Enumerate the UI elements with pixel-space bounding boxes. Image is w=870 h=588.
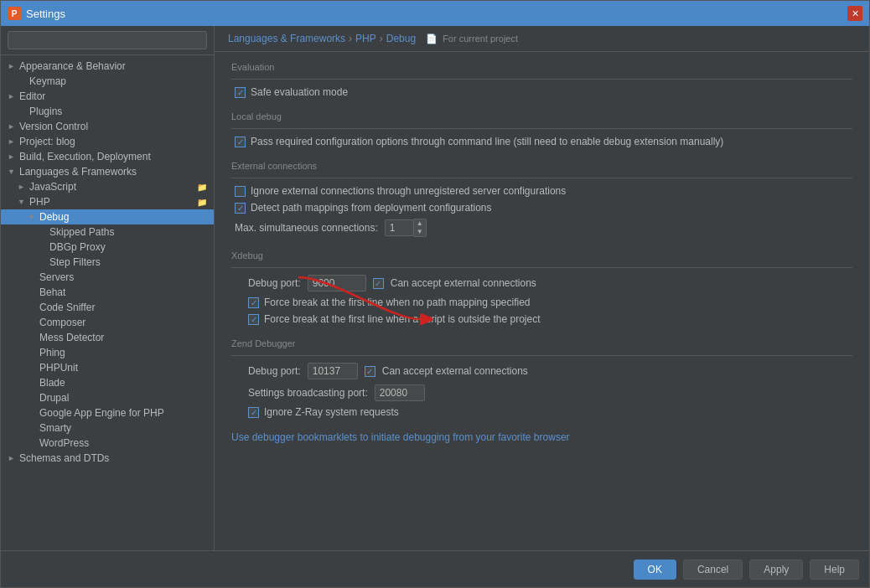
sidebar-item-servers[interactable]: Servers — [1, 270, 214, 285]
sidebar-label-phing: Phing — [39, 347, 65, 358]
xdebug-block: Debug port: Can accept external connecti… — [231, 275, 852, 325]
search-input[interactable] — [8, 31, 207, 49]
can-accept-label: Can accept external connections — [391, 277, 536, 289]
force-break2-checkbox[interactable] — [248, 314, 259, 325]
sidebar-label-behat: Behat — [39, 286, 65, 298]
xdebug-port-row: Debug port: Can accept external connecti… — [245, 275, 852, 291]
sidebar-label-build-execution: Build, Execution, Deployment — [19, 151, 151, 162]
apply-button[interactable]: Apply — [749, 560, 803, 580]
evaluation-label: Evaluation — [231, 62, 852, 72]
sidebar-label-php: PHP — [29, 196, 50, 208]
zend-accept-checkbox[interactable] — [365, 366, 375, 377]
safe-eval-checkbox[interactable] — [235, 87, 246, 98]
bottom-bar: OK Cancel Apply Help — [1, 550, 869, 587]
sidebar-item-keymap[interactable]: Keymap — [1, 74, 214, 89]
sidebar-item-smarty[interactable]: Smarty — [1, 420, 214, 436]
close-button[interactable]: ✕ — [847, 6, 862, 21]
sidebar-item-plugins[interactable]: Plugins — [1, 104, 214, 119]
folder-icon-javascript: 📁 — [197, 183, 207, 192]
sidebar-label-version-control: Version Control — [19, 121, 88, 132]
sidebar-item-step-filters[interactable]: Step Filters — [1, 255, 214, 270]
can-accept-checkbox[interactable] — [373, 278, 384, 289]
tree-area: Appearance & BehaviorKeymapEditorPlugins… — [1, 55, 214, 550]
sidebar-item-phing[interactable]: Phing — [1, 345, 214, 360]
sidebar-label-phpunit: PHPUnit — [39, 362, 78, 374]
ok-button[interactable]: OK — [634, 560, 676, 580]
sidebar-item-debug[interactable]: Debug — [1, 209, 214, 224]
zend-port-input[interactable] — [308, 363, 358, 379]
tree-arrow-debug — [28, 213, 36, 221]
section-zend: Zend Debugger Debug port: Can accept ext… — [231, 338, 852, 418]
sidebar-item-phpunit[interactable]: PHPUnit — [1, 360, 214, 375]
debugger-bookmarklets-link[interactable]: Use debugger bookmarklets to initiate de… — [231, 431, 570, 443]
app-icon: P — [8, 7, 21, 20]
sidebar-item-version-control[interactable]: Version Control — [1, 119, 214, 134]
spinner-down[interactable]: ▼ — [414, 228, 426, 236]
ignore-external-checkbox[interactable] — [235, 186, 246, 197]
pass-config-checkbox[interactable] — [235, 137, 246, 147]
tree-arrow-editor — [8, 92, 16, 101]
section-link: Use debugger bookmarklets to initiate de… — [231, 431, 852, 443]
breadcrumb-debug[interactable]: Debug — [386, 33, 416, 44]
sidebar-item-mess-detector[interactable]: Mess Detector — [1, 330, 214, 345]
force-break1-checkbox[interactable] — [248, 297, 259, 308]
sidebar-label-project-blog: Project: blog — [19, 136, 75, 147]
safe-eval-row: Safe evaluation mode — [231, 86, 852, 98]
max-conn-label: Max. simultaneous connections: — [235, 222, 378, 234]
ignore-external-row: Ignore external connections through unre… — [231, 185, 852, 197]
sidebar-item-schemas[interactable]: Schemas and DTDs — [1, 451, 214, 466]
force-break2-label: Force break at the first line when a scr… — [264, 313, 541, 325]
force-break1-row: Force break at the first line when no pa… — [245, 297, 852, 308]
max-conn-input[interactable] — [385, 219, 414, 236]
ignore-zray-checkbox[interactable] — [248, 407, 259, 418]
max-conn-row: Max. simultaneous connections: ▲ ▼ — [231, 219, 852, 237]
divider-evaluation — [231, 79, 852, 80]
sidebar-label-languages: Languages & Frameworks — [19, 166, 137, 178]
sidebar-item-drupal[interactable]: Drupal — [1, 390, 214, 405]
tree-arrow-appearance — [8, 62, 16, 70]
sidebar-item-php[interactable]: PHP📁 — [1, 194, 214, 209]
divider-local-debug — [231, 128, 852, 129]
sidebar-item-javascript[interactable]: JavaScript📁 — [1, 179, 214, 194]
sidebar-label-debug: Debug — [39, 211, 69, 223]
zend-accept-label: Can accept external connections — [382, 365, 528, 377]
broadcast-input[interactable] — [375, 384, 425, 401]
help-button[interactable]: Help — [810, 560, 859, 580]
sidebar-item-google-app[interactable]: Google App Engine for PHP — [1, 405, 214, 420]
zend-port-row: Debug port: Can accept external connecti… — [245, 363, 852, 379]
sidebar-item-dbgp-proxy[interactable]: DBGp Proxy — [1, 240, 214, 255]
xdebug-port-input[interactable] — [308, 275, 366, 291]
cancel-button[interactable]: Cancel — [683, 560, 743, 580]
sidebar-item-code-sniffer[interactable]: Code Sniffer — [1, 300, 214, 315]
local-debug-label: Local debug — [231, 111, 852, 121]
dialog-title: Settings — [26, 8, 65, 20]
sidebar-item-blade[interactable]: Blade — [1, 375, 214, 390]
sidebar-label-code-sniffer: Code Sniffer — [39, 302, 96, 313]
sidebar-item-behat[interactable]: Behat — [1, 285, 214, 300]
sidebar-label-smarty: Smarty — [39, 422, 71, 434]
detect-path-checkbox[interactable] — [235, 203, 246, 214]
sidebar-item-languages[interactable]: Languages & Frameworks — [1, 164, 214, 179]
spinner-up[interactable]: ▲ — [414, 219, 426, 228]
sidebar-item-skipped-paths[interactable]: Skipped Paths — [1, 224, 214, 240]
force-break1-label: Force break at the first line when no pa… — [264, 297, 531, 308]
sidebar-item-wordpress[interactable]: WordPress — [1, 436, 214, 451]
tree-arrow-build-execution — [8, 152, 16, 161]
breadcrumb-languages[interactable]: Languages & Frameworks — [228, 33, 345, 44]
broadcast-label: Settings broadcasting port: — [248, 387, 368, 399]
sidebar-item-composer[interactable]: Composer — [1, 315, 214, 330]
external-conn-label: External connections — [231, 161, 852, 171]
sidebar-label-javascript: JavaScript — [29, 181, 76, 193]
sidebar: Appearance & BehaviorKeymapEditorPlugins… — [1, 26, 215, 550]
sidebar-label-schemas: Schemas and DTDs — [19, 452, 109, 464]
section-external-connections: External connections Ignore external con… — [231, 161, 852, 237]
safe-eval-label: Safe evaluation mode — [251, 86, 348, 98]
sidebar-item-appearance[interactable]: Appearance & Behavior — [1, 59, 214, 74]
breadcrumb-php[interactable]: PHP — [355, 33, 376, 44]
sidebar-item-project-blog[interactable]: Project: blog — [1, 134, 214, 149]
sidebar-label-dbgp-proxy: DBGp Proxy — [49, 241, 106, 253]
breadcrumb-suffix: For current project — [443, 34, 518, 44]
sidebar-item-editor[interactable]: Editor — [1, 89, 214, 104]
sidebar-label-servers: Servers — [39, 271, 74, 283]
sidebar-item-build-execution[interactable]: Build, Execution, Deployment — [1, 149, 214, 164]
